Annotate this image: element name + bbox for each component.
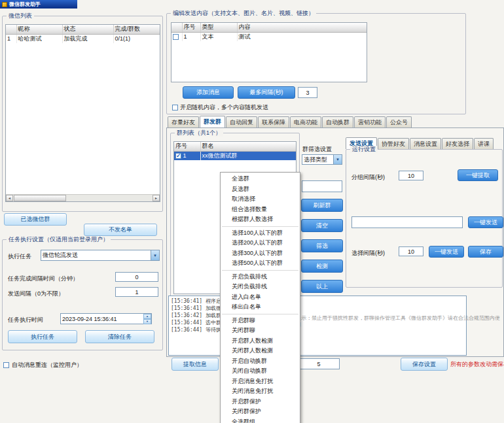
task-interval-input[interactable]: 0 <box>115 272 158 282</box>
wechat-col-nick[interactable]: 昵称 <box>16 25 62 34</box>
subtab-assist-friends[interactable]: 协管好友 <box>378 138 409 149</box>
wechat-col-seq[interactable] <box>6 25 16 34</box>
extract-info-button[interactable]: 提取信息 <box>171 358 219 371</box>
send-content-input[interactable] <box>351 216 463 228</box>
tab-contact-guard[interactable]: 联系保障 <box>258 116 289 127</box>
context-menu-item[interactable]: 全选群组 <box>221 417 300 423</box>
tab-stock-friends[interactable]: 存量好友 <box>168 116 199 127</box>
one-click-extract-button[interactable]: 一键提取 <box>458 169 498 181</box>
add-message-button[interactable]: 添加消息 <box>183 86 234 99</box>
tab-ecommerce[interactable]: 电商功能 <box>290 116 321 127</box>
context-menu-item[interactable]: 移出白名单 <box>221 302 300 313</box>
group-row-seq: 1 <box>183 152 187 159</box>
context-menu-item[interactable]: 关闭群人数检测 <box>221 346 300 356</box>
random-content-checkbox[interactable] <box>172 105 178 110</box>
wechat-row-progress: 0/1(1) <box>113 34 160 43</box>
context-menu-item[interactable]: 开启自动换群 <box>221 356 300 367</box>
wechat-col-status[interactable]: 状态 <box>62 25 113 34</box>
context-menu-item[interactable]: 全选群 <box>221 174 300 184</box>
scroll-thumb[interactable] <box>14 195 66 201</box>
context-menu-item[interactable]: 开启群保护 <box>221 397 300 407</box>
wechat-col-progress[interactable]: 完成/群数 <box>113 25 160 34</box>
msg-col-content[interactable]: 内容 <box>237 23 367 32</box>
main-tab-strip: 存量好友 群发群 自动回复 联系保障 电商功能 自动换群 营销功能 公众号 <box>168 116 412 127</box>
context-menu-item[interactable]: 关闭群聊 <box>221 326 300 336</box>
scroll-right-arrow-icon[interactable]: ► <box>153 195 160 201</box>
run-task-button[interactable]: 执行任务 <box>8 330 77 343</box>
refresh-groups-button[interactable]: 刷新群 <box>301 199 343 212</box>
clear-selection-button[interactable]: 清空 <box>301 219 343 232</box>
save-button-small[interactable]: 保存 <box>468 246 503 258</box>
msg-col-check[interactable] <box>171 23 182 32</box>
context-menu-item[interactable]: 选择200人以下的群 <box>221 238 300 248</box>
wechat-table-row[interactable]: 1 哈哈测试 加载完成 0/1(1) <box>6 34 160 43</box>
task-time-label: 任务执行时间 <box>8 316 43 324</box>
context-menu-item[interactable]: 选择300人以下的群 <box>221 248 300 259</box>
context-menu-item[interactable]: 关闭负载排线 <box>221 282 300 292</box>
context-menu-item[interactable]: 进入白名单 <box>221 292 300 303</box>
context-menu-item[interactable]: 开启群聊 <box>221 316 300 326</box>
context-menu-item[interactable]: 取消选择 <box>221 194 300 205</box>
filter-button[interactable]: 筛选 <box>301 239 343 252</box>
chevron-down-icon[interactable]: ▼ <box>151 250 159 260</box>
context-menu-item[interactable]: 开启负载排线 <box>221 272 300 282</box>
max-gap-button[interactable]: 最多间隔(秒) <box>238 86 295 99</box>
context-menu-item[interactable]: 组合选择数量 <box>221 205 300 215</box>
subtab-message-settings[interactable]: 消息设置 <box>410 138 441 149</box>
save-settings-button[interactable]: 保存设置 <box>401 358 448 371</box>
msg-col-seq[interactable]: 序号 <box>182 23 200 32</box>
context-menu-item[interactable]: 关闭消息免打扰 <box>221 386 300 397</box>
group-col-name[interactable]: 群名 <box>200 142 296 151</box>
grouping-gap-input[interactable]: 10 <box>399 171 423 180</box>
group-row-checkbox[interactable] <box>175 153 181 159</box>
detect-button[interactable]: 检测 <box>301 260 343 273</box>
context-menu-item[interactable]: 关闭自动换群 <box>221 366 300 377</box>
group-context-menu: 全选群 反选群 取消选择 组合选择数量 根据群人数选择 选择100人以下的群 选… <box>220 172 300 423</box>
spin-up-icon[interactable]: ▲ <box>143 314 151 319</box>
msg-col-type[interactable]: 类型 <box>200 23 237 32</box>
above-count-button[interactable]: 以上 <box>301 280 343 293</box>
send-gap-input[interactable]: 1 <box>115 287 158 297</box>
message-row-checkbox[interactable] <box>173 34 179 40</box>
context-menu-item[interactable]: 选择500人以下的群 <box>221 258 300 269</box>
task-time-spinner[interactable]: ▲▼ <box>143 314 151 324</box>
exec-task-select[interactable]: 微信轮流发送 ▼ <box>41 250 160 261</box>
subtab-lecture[interactable]: 讲课 <box>474 138 494 149</box>
context-menu-item[interactable]: 选择100人以下的群 <box>221 228 300 239</box>
context-menu-item[interactable]: 关闭群保护 <box>221 407 300 417</box>
message-editor-title: 编辑发送内容（支持文本、图片、名片、视频、链接） <box>171 10 316 17</box>
filter-keyword-input[interactable] <box>302 180 342 192</box>
context-menu-item[interactable]: 开启消息免打扰 <box>221 377 300 387</box>
select-gap-input[interactable]: 10 <box>399 246 423 256</box>
selected-wechat-button[interactable]: 已选微信群 <box>4 213 67 226</box>
one-click-send-button-2[interactable]: 一键发送 <box>429 246 464 258</box>
tab-auto-reply[interactable]: 自动回复 <box>226 116 257 127</box>
subtab-friend-select[interactable]: 好友选择 <box>442 138 473 149</box>
tab-group-send[interactable]: 群发群 <box>200 116 225 127</box>
wechat-list-table[interactable]: 昵称 状态 完成/群数 1 哈哈测试 加载完成 0/1(1) ◄ ► <box>5 24 160 202</box>
context-menu-item[interactable]: 开启群人数检测 <box>221 336 300 347</box>
grouping-gap-label: 分组间隔(秒) <box>351 173 385 182</box>
group-list-row-selected[interactable]: 1 xx微信测试群 <box>174 151 296 160</box>
max-gap-input[interactable]: 3 <box>298 87 317 98</box>
context-menu-item[interactable]: 根据群人数选择 <box>221 214 300 225</box>
title-bar[interactable]: 微信群发助手 <box>0 0 77 8</box>
tab-marketing[interactable]: 营销功能 <box>354 116 386 127</box>
scroll-left-arrow-icon[interactable]: ◄ <box>6 195 13 201</box>
message-table[interactable]: 序号 类型 内容 1 文本 测试 <box>171 22 367 82</box>
one-click-send-button[interactable]: 一键发送 <box>468 216 503 228</box>
spin-down-icon[interactable]: ▼ <box>143 319 151 324</box>
tab-auto-switch-group[interactable]: 自动换群 <box>322 116 353 127</box>
group-col-seq[interactable]: 序号 <box>174 142 200 151</box>
tab-official-account[interactable]: 公众号 <box>386 116 412 127</box>
no-send-list-button[interactable]: 不发名单 <box>84 224 157 236</box>
message-table-row[interactable]: 1 文本 测试 <box>171 32 367 41</box>
clear-task-button[interactable]: 清除任务 <box>85 330 154 343</box>
auto-reconnect-checkbox[interactable] <box>3 362 9 368</box>
reconnect-gap-input[interactable]: 5 <box>298 358 340 369</box>
context-menu-item[interactable]: 反选群 <box>221 184 300 195</box>
chevron-down-icon[interactable]: ▼ <box>333 155 342 164</box>
filter-type-select[interactable]: 选择类型 ▼ <box>302 154 342 165</box>
task-time-input[interactable]: 2023-09-24 15:36:41 ▲▼ <box>60 313 152 324</box>
wechat-list-hscrollbar[interactable]: ◄ ► <box>6 194 160 201</box>
